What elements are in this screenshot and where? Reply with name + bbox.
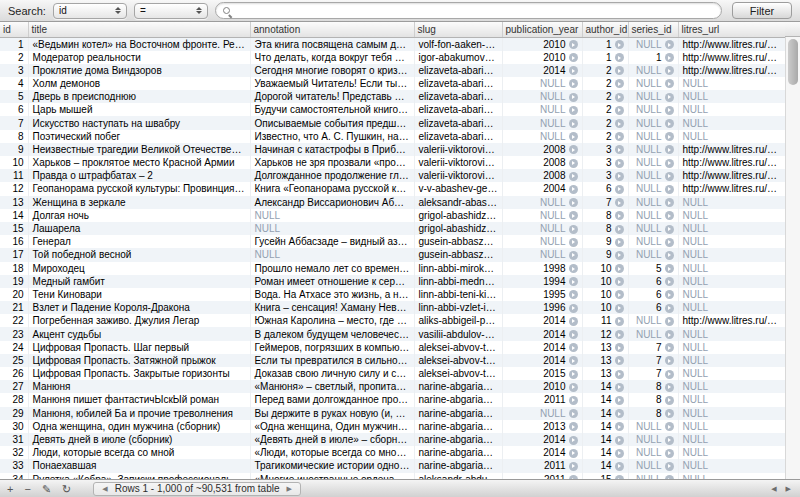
cell-publication_year[interactable]: 1998 xyxy=(502,262,582,275)
cell-annotation[interactable]: Доказав свою личную силу и силу куч… xyxy=(250,367,414,380)
cell-slug[interactable]: aleksei-abvov-tsifr… xyxy=(414,341,502,354)
cell-slug[interactable]: vasilii-abdulov-akts… xyxy=(414,327,502,340)
cell-litres_url[interactable]: NULL xyxy=(678,433,785,446)
cell-id[interactable]: 20 xyxy=(0,288,28,301)
fk-link-arrow-icon[interactable] xyxy=(615,79,624,88)
cell-slug[interactable]: aleksandr-abashelii… xyxy=(414,196,502,209)
cell-id[interactable]: 7 xyxy=(0,116,28,129)
cell-slug[interactable]: linn-abbi-teni-kino… xyxy=(414,288,502,301)
cell-author_id[interactable]: 14 xyxy=(582,459,628,472)
fk-link-arrow-icon[interactable] xyxy=(569,304,578,313)
cell-slug[interactable]: narine-abgarian-po… xyxy=(414,459,502,472)
cell-series_id[interactable]: NULL xyxy=(628,420,678,433)
cell-annotation[interactable]: Долгожданное продолжение главного… xyxy=(250,169,414,182)
scrollbar-thumb[interactable] xyxy=(788,39,798,85)
cell-annotation[interactable]: NULL xyxy=(250,248,414,261)
cell-slug[interactable]: elizaveta-abarinova-… xyxy=(414,103,502,116)
cell-publication_year[interactable]: 2014 xyxy=(502,446,582,459)
cell-annotation[interactable]: Роман имеет отношение к серии «Темн… xyxy=(250,275,414,288)
fk-link-arrow-icon[interactable] xyxy=(569,330,578,339)
cell-id[interactable]: 26 xyxy=(0,367,28,380)
fk-link-arrow-icon[interactable] xyxy=(615,370,624,379)
cell-annotation[interactable]: Уважаемый Читатель! Если ты уже проч… xyxy=(250,77,414,90)
table-row[interactable]: 31Девять дней в июле (сборник)«Девять дн… xyxy=(0,433,785,446)
cell-litres_url[interactable]: NULL xyxy=(678,288,785,301)
cell-publication_year[interactable]: 2010 xyxy=(502,37,582,51)
fk-link-arrow-icon[interactable] xyxy=(665,383,674,392)
cell-author_id[interactable]: 14 xyxy=(582,446,628,459)
cell-series_id[interactable]: NULL xyxy=(628,222,678,235)
fk-link-arrow-icon[interactable] xyxy=(569,79,578,88)
fk-link-arrow-icon[interactable] xyxy=(665,449,674,458)
cell-author_id[interactable]: 14 xyxy=(582,420,628,433)
cell-title[interactable]: Неизвестные трагедии Великой Отечественн… xyxy=(28,143,250,156)
cell-title[interactable]: Понаехавшая xyxy=(28,459,250,472)
cell-id[interactable]: 23 xyxy=(0,327,28,340)
filter-button[interactable]: Filter xyxy=(732,2,792,19)
table-row[interactable]: 8Поэтический побегИзвестно, что А. С. Пу… xyxy=(0,130,785,143)
fk-link-arrow-icon[interactable] xyxy=(569,172,578,181)
fk-link-arrow-icon[interactable] xyxy=(569,132,578,141)
cell-litres_url[interactable]: NULL xyxy=(678,103,785,116)
fk-link-arrow-icon[interactable] xyxy=(665,264,674,273)
fk-link-arrow-icon[interactable] xyxy=(665,356,674,365)
fk-link-arrow-icon[interactable] xyxy=(615,449,624,458)
cell-author_id[interactable]: 8 xyxy=(582,222,628,235)
add-row-button[interactable]: + xyxy=(6,481,14,497)
cell-annotation[interactable]: «Люди, которые всегда со мной» – эт… xyxy=(250,446,414,459)
table-row[interactable]: 20Тени КиновариВода. На Атхасе это жизнь… xyxy=(0,288,785,301)
fk-link-arrow-icon[interactable] xyxy=(569,53,578,62)
fk-link-arrow-icon[interactable] xyxy=(615,159,624,168)
cell-series_id[interactable]: NULL xyxy=(628,446,678,459)
cell-litres_url[interactable]: NULL xyxy=(678,262,785,275)
fk-link-arrow-icon[interactable] xyxy=(665,198,674,207)
cell-title[interactable]: Генерал xyxy=(28,235,250,248)
filter-operator-select[interactable]: = xyxy=(134,3,208,19)
cell-author_id[interactable]: 2 xyxy=(582,64,628,77)
cell-slug[interactable]: linn-abbi-mirokhodets xyxy=(414,262,502,275)
cell-id[interactable]: 22 xyxy=(0,314,28,327)
fk-link-arrow-icon[interactable] xyxy=(569,119,578,128)
cell-litres_url[interactable]: NULL xyxy=(678,90,785,103)
fk-link-arrow-icon[interactable] xyxy=(615,198,624,207)
cell-series_id[interactable]: NULL xyxy=(628,130,678,143)
fk-link-arrow-icon[interactable] xyxy=(665,370,674,379)
cell-series_id[interactable]: NULL xyxy=(628,103,678,116)
cell-litres_url[interactable]: http://www.litres.ru/pages/b… xyxy=(678,143,785,156)
cell-annotation[interactable]: Известно, что А. С. Пушкин, находясь в… xyxy=(250,130,414,143)
cell-author_id[interactable]: 1 xyxy=(582,37,628,51)
cell-slug[interactable]: gusein-abbaszade-… xyxy=(414,235,502,248)
cell-annotation[interactable]: Трагикомические истории одной горд… xyxy=(250,459,414,472)
fk-link-arrow-icon[interactable] xyxy=(615,264,624,273)
cell-title[interactable]: Манюня пишет фантастичЫскЫй роман xyxy=(28,393,250,406)
cell-publication_year[interactable]: NULL xyxy=(502,209,582,222)
cell-id[interactable]: 10 xyxy=(0,156,28,169)
cell-annotation[interactable]: Гусейн Аббасзаде – видный азербайдж… xyxy=(250,235,414,248)
cell-author_id[interactable]: 10 xyxy=(582,301,628,314)
delete-row-button[interactable]: − xyxy=(23,481,31,497)
cell-series_id[interactable]: 6 xyxy=(628,301,678,314)
cell-series_id[interactable]: NULL xyxy=(628,169,678,182)
fk-link-arrow-icon[interactable] xyxy=(615,106,624,115)
cell-series_id[interactable]: 8 xyxy=(628,407,678,420)
fk-link-arrow-icon[interactable] xyxy=(665,277,674,286)
fk-link-arrow-icon[interactable] xyxy=(665,185,674,194)
cell-id[interactable]: 31 xyxy=(0,433,28,446)
table-row[interactable]: 26Цифровая Пропасть. Закрытые горизонтыД… xyxy=(0,367,785,380)
cell-id[interactable]: 28 xyxy=(0,393,28,406)
cell-author_id[interactable]: 13 xyxy=(582,367,628,380)
table-row[interactable]: 28Манюня пишет фантастичЫскЫй романПеред… xyxy=(0,393,785,406)
cell-title[interactable]: Одна женщина, один мужчина (сборник) xyxy=(28,420,250,433)
cell-series_id[interactable]: NULL xyxy=(628,156,678,169)
cell-publication_year[interactable]: 1996 xyxy=(502,301,582,314)
fk-link-arrow-icon[interactable] xyxy=(665,251,674,260)
table-row[interactable]: 4Холм демоновУважаемый Читатель! Если ты… xyxy=(0,77,785,90)
cell-series_id[interactable]: 8 xyxy=(628,393,678,406)
cell-title[interactable]: Женщина в зеркале xyxy=(28,196,250,209)
cell-title[interactable]: Погребенная заживо. Джулия Легар xyxy=(28,314,250,327)
fk-link-arrow-icon[interactable] xyxy=(569,396,578,405)
cell-annotation[interactable]: Вы держите в руках новую (и, по слова… xyxy=(250,407,414,420)
cell-title[interactable]: Проклятие дома Виндзоров xyxy=(28,64,250,77)
cell-series_id[interactable]: 6 xyxy=(628,275,678,288)
fk-link-arrow-icon[interactable] xyxy=(665,40,674,49)
